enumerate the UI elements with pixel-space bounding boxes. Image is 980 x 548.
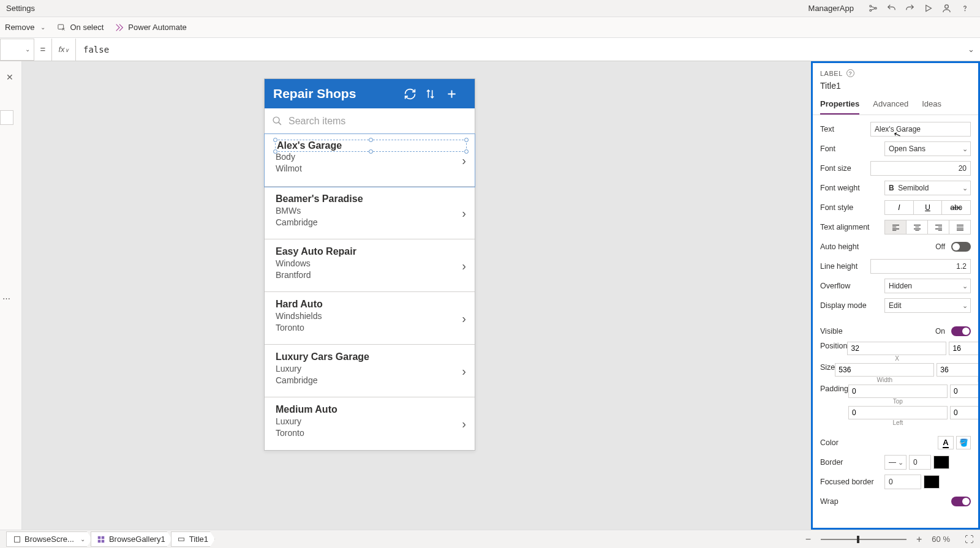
control-type: LABEL ? bbox=[820, 69, 971, 77]
tree-stub[interactable] bbox=[0, 110, 13, 125]
play-icon[interactable] bbox=[919, 1, 937, 17]
fit-screen-icon[interactable]: ⛶ bbox=[965, 534, 974, 544]
refresh-icon[interactable] bbox=[404, 88, 424, 100]
app-title: Repair Shops bbox=[273, 86, 404, 101]
border-style-select[interactable]: — bbox=[884, 455, 907, 470]
share-icon[interactable] bbox=[864, 1, 882, 17]
user-icon[interactable] bbox=[937, 1, 956, 17]
padding-left-input[interactable] bbox=[848, 406, 948, 419]
position-x-input[interactable] bbox=[847, 342, 946, 355]
breadcrumb-screen[interactable]: BrowseScre... ⌄ bbox=[6, 531, 92, 547]
font-size-input[interactable] bbox=[870, 161, 971, 176]
border-color-button[interactable] bbox=[933, 456, 949, 469]
focused-border-color-button[interactable] bbox=[924, 475, 940, 489]
chevron-right-icon[interactable]: › bbox=[462, 258, 466, 272]
ribbon-bar: Remove ⌄ On select Power Automate bbox=[0, 17, 980, 38]
tab-properties[interactable]: Properties bbox=[820, 99, 859, 114]
breadcrumb-gallery[interactable]: BrowseGallery1 bbox=[91, 531, 172, 547]
chevron-right-icon[interactable]: › bbox=[462, 311, 466, 325]
size-width-input[interactable] bbox=[835, 363, 934, 377]
align-justify-button[interactable] bbox=[949, 220, 971, 235]
zoom-percent: 60 % bbox=[932, 535, 950, 544]
font-select[interactable]: Open Sans bbox=[884, 141, 971, 156]
chevron-down-icon: ⌄ bbox=[25, 46, 30, 53]
fill-color-button[interactable]: 🪣 bbox=[956, 436, 971, 449]
on-select-button[interactable]: On select bbox=[56, 23, 104, 32]
prop-label-focused-border: Focused border bbox=[820, 478, 884, 486]
chevron-right-icon[interactable]: › bbox=[462, 206, 466, 220]
zoom-slider[interactable] bbox=[821, 539, 907, 540]
border-width-input[interactable] bbox=[909, 455, 931, 470]
chevron-right-icon[interactable]: › bbox=[462, 364, 466, 378]
tree-pane: ✕ ⋯ bbox=[0, 61, 22, 530]
help-icon[interactable] bbox=[956, 1, 974, 17]
visible-toggle[interactable] bbox=[951, 326, 971, 336]
auto-height-toggle[interactable] bbox=[951, 242, 971, 252]
on-select-icon bbox=[56, 23, 66, 32]
padding-right-input[interactable] bbox=[950, 406, 978, 419]
canvas[interactable]: Repair Shops Search items Al bbox=[22, 61, 811, 530]
padding-bottom-input[interactable] bbox=[950, 385, 978, 398]
control-name: Title1 bbox=[820, 81, 971, 91]
list-item[interactable]: Hard Auto Windshields Toronto › bbox=[265, 292, 475, 345]
text-input[interactable] bbox=[870, 122, 971, 137]
focused-border-input[interactable] bbox=[884, 475, 921, 489]
font-color-button[interactable]: A bbox=[938, 436, 954, 449]
overflow-select[interactable]: Hidden bbox=[884, 279, 971, 293]
zoom-out-button[interactable]: − bbox=[802, 534, 815, 545]
sort-icon[interactable] bbox=[424, 88, 445, 100]
svg-rect-9 bbox=[98, 536, 101, 539]
search-bar[interactable]: Search items bbox=[265, 108, 475, 134]
item-subtitle2: Toronto bbox=[276, 427, 466, 439]
display-mode-select[interactable]: Edit bbox=[884, 298, 971, 313]
chevron-right-icon[interactable]: › bbox=[462, 417, 466, 431]
fx-button[interactable]: fx∨ bbox=[51, 39, 76, 61]
status-bar: BrowseScre... ⌄ BrowseGallery1 Title1 − … bbox=[0, 530, 980, 548]
font-weight-select[interactable]: B Semibold bbox=[884, 181, 971, 195]
property-selector[interactable]: ⌄ bbox=[0, 39, 34, 61]
wrap-toggle[interactable] bbox=[951, 497, 971, 506]
expand-formula-icon[interactable]: ⌄ bbox=[962, 45, 980, 54]
prop-label-lineheight: Line height bbox=[820, 262, 870, 271]
breadcrumb-control[interactable]: Title1 bbox=[171, 531, 215, 547]
tab-advanced[interactable]: Advanced bbox=[873, 99, 908, 114]
power-automate-button[interactable]: Power Automate bbox=[115, 23, 186, 32]
undo-icon[interactable] bbox=[882, 1, 900, 17]
more-icon[interactable]: ⋯ bbox=[2, 294, 12, 303]
italic-button[interactable]: I bbox=[884, 200, 913, 215]
prop-label-autoheight: Auto height bbox=[820, 242, 884, 251]
zoom-in-button[interactable]: + bbox=[913, 534, 925, 545]
list-item[interactable]: Beamer's Paradise BMWs Cambridge › bbox=[265, 187, 475, 239]
close-icon[interactable]: ✕ bbox=[6, 72, 13, 82]
add-icon[interactable] bbox=[445, 88, 466, 100]
page-title: Settings bbox=[6, 4, 35, 13]
size-height-input[interactable] bbox=[937, 363, 978, 377]
list-item[interactable]: Medium Auto Luxury Toronto › bbox=[265, 397, 475, 450]
item-title-selected[interactable]: Alex's Garage bbox=[276, 140, 466, 151]
gallery-icon bbox=[97, 535, 105, 543]
align-center-button[interactable] bbox=[906, 220, 927, 235]
svg-rect-8 bbox=[14, 536, 20, 542]
list-item[interactable]: Easy Auto Repair Windows Brantford › bbox=[265, 239, 475, 292]
list-item[interactable]: Alex's Garage Body Wilmot › bbox=[265, 134, 475, 187]
app-preview: Repair Shops Search items Al bbox=[264, 78, 475, 451]
align-right-button[interactable] bbox=[927, 220, 949, 235]
power-automate-icon bbox=[115, 23, 124, 32]
formula-input[interactable] bbox=[76, 39, 962, 61]
svg-point-5 bbox=[965, 10, 965, 11]
prop-label-border: Border bbox=[820, 458, 884, 467]
remove-button[interactable]: Remove ⌄ bbox=[5, 23, 45, 32]
svg-point-7 bbox=[273, 117, 279, 123]
align-left-button[interactable] bbox=[884, 220, 906, 235]
help-icon[interactable]: ? bbox=[846, 69, 854, 77]
redo-icon[interactable] bbox=[900, 1, 919, 17]
position-y-input[interactable] bbox=[949, 342, 978, 355]
line-height-input[interactable] bbox=[870, 259, 971, 274]
padding-top-input[interactable] bbox=[848, 385, 948, 398]
svg-point-2 bbox=[875, 7, 876, 9]
tab-ideas[interactable]: Ideas bbox=[922, 99, 941, 114]
strikethrough-button[interactable]: abc bbox=[941, 200, 971, 215]
underline-button[interactable]: U bbox=[913, 200, 942, 215]
chevron-right-icon[interactable]: › bbox=[462, 153, 466, 167]
list-item[interactable]: Luxury Cars Garage Luxury Cambridge › bbox=[265, 345, 475, 397]
